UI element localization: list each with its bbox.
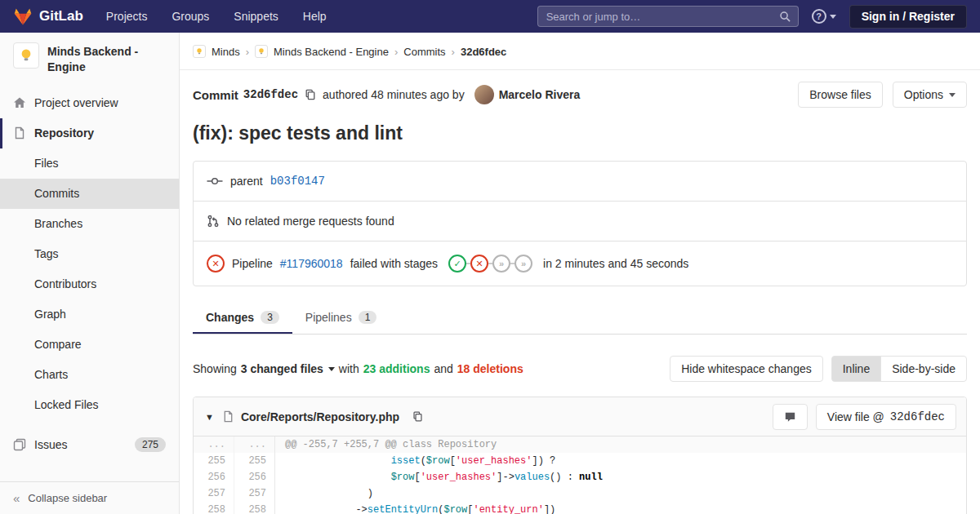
sidebar-item-files[interactable]: Files: [0, 148, 179, 179]
project-name: Minds Backend - Engine: [47, 42, 166, 75]
parent-label: parent: [230, 175, 263, 188]
collapse-sidebar-label: Collapse sidebar: [28, 492, 107, 504]
chevron-down-icon: [830, 15, 836, 19]
old-line-number[interactable]: 257: [194, 485, 234, 502]
sidebar-item-locked-files[interactable]: Locked Files: [0, 390, 179, 420]
and-label: and: [434, 362, 452, 375]
file-name-link[interactable]: Core/Reports/Repository.php: [241, 410, 399, 423]
old-line-number[interactable]: 256: [194, 469, 234, 485]
inline-view-button[interactable]: Inline: [831, 356, 881, 382]
top-navbar: GitLab Projects Groups Snippets Help ? S…: [0, 0, 980, 33]
no-merge-requests-text: No related merge requests found: [227, 215, 394, 228]
code-line: $row['user_hashes']->values() : null: [275, 469, 966, 485]
nav-snippets[interactable]: Snippets: [234, 10, 278, 23]
copy-file-path-button[interactable]: [411, 410, 425, 423]
project-link[interactable]: Minds Backend - Engine: [0, 33, 179, 83]
search-input[interactable]: [546, 11, 779, 23]
left-sidebar: Minds Backend - Engine Project overview …: [0, 33, 180, 514]
comment-button[interactable]: [773, 404, 808, 430]
pipeline-duration-text: in 2 minutes and 45 seconds: [543, 257, 688, 270]
repository-icon: [13, 126, 26, 140]
nav-help[interactable]: Help: [303, 10, 327, 23]
sign-in-button[interactable]: Sign in / Register: [849, 5, 967, 29]
gitlab-tanuki-icon: [13, 7, 33, 26]
copy-sha-button[interactable]: [303, 87, 318, 102]
commit-tabs: Changes 3 Pipelines 1: [193, 299, 967, 335]
collapse-file-caret[interactable]: ▼: [203, 410, 216, 423]
stage-passed-icon[interactable]: ✓: [448, 255, 466, 273]
sidebar-item-tags[interactable]: Tags: [0, 239, 179, 269]
file-icon: [222, 410, 234, 423]
sidebar-item-label: Project overview: [34, 96, 118, 109]
sidebar-item-compare[interactable]: Compare: [0, 330, 179, 360]
diff-mode-toggle: Inline Side-by-side: [831, 356, 967, 382]
global-search: [537, 6, 799, 27]
sidebar-item-contributors[interactable]: Contributors: [0, 269, 179, 299]
code-line: @@ -255,7 +255,7 @@ class Repository: [275, 436, 966, 453]
chevron-down-icon: [328, 367, 335, 371]
pipeline-id-link[interactable]: #117960018: [280, 257, 343, 270]
sidebar-item-repository[interactable]: Repository: [0, 118, 179, 148]
double-chevron-left-icon: «: [13, 491, 20, 505]
sidebar-item-branches[interactable]: Branches: [0, 209, 179, 239]
sidebar-item-project-overview[interactable]: Project overview: [0, 88, 179, 118]
tab-label: Changes: [206, 311, 254, 324]
diff-line: 257 257 ): [194, 485, 966, 502]
diff-match-line: ... ... @@ -255,7 +255,7 @@ class Reposi…: [194, 436, 966, 453]
question-mark-icon: ?: [812, 9, 826, 24]
parent-sha-link[interactable]: b03f0147: [270, 175, 325, 188]
merge-request-row: No related merge requests found: [194, 201, 966, 241]
new-line-number[interactable]: 255: [234, 453, 275, 469]
new-line-number[interactable]: 258: [234, 502, 275, 514]
view-file-button[interactable]: View file @ 32d6fdec: [816, 404, 956, 430]
nav-groups[interactable]: Groups: [172, 10, 209, 23]
sidebar-item-label: Issues: [34, 438, 67, 451]
side-by-side-view-button[interactable]: Side-by-side: [880, 356, 967, 382]
breadcrumb-commits[interactable]: Commits: [403, 46, 445, 58]
issues-count-badge: 275: [135, 437, 166, 452]
stage-failed-icon[interactable]: ✕: [470, 255, 488, 273]
gitlab-home-link[interactable]: GitLab: [13, 7, 83, 26]
old-line-number[interactable]: 258: [194, 502, 234, 514]
options-dropdown-button[interactable]: Options: [893, 82, 967, 108]
collapse-sidebar-button[interactable]: « Collapse sidebar: [0, 481, 179, 514]
pipeline-label: Pipeline: [232, 257, 273, 270]
sidebar-item-graph[interactable]: Graph: [0, 299, 179, 330]
with-label: with: [339, 362, 359, 375]
diff-line: 258 258 ->setEntityUrn($row['entity_urn'…: [194, 502, 966, 514]
sidebar-item-charts[interactable]: Charts: [0, 360, 179, 390]
group-avatar: [193, 45, 206, 58]
new-line-number[interactable]: 257: [234, 485, 275, 502]
deletions-count: 18 deletions: [457, 362, 523, 375]
hide-whitespace-button[interactable]: Hide whitespace changes: [670, 356, 823, 382]
stage-skipped-icon[interactable]: »: [514, 255, 532, 273]
tab-pipelines[interactable]: Pipelines 1: [292, 299, 390, 334]
old-line-number[interactable]: 255: [194, 453, 234, 469]
breadcrumb-project[interactable]: Minds Backend - Engine: [274, 46, 389, 58]
breadcrumb-group[interactable]: Minds: [212, 46, 240, 58]
authored-text: authored 48 minutes ago by: [323, 88, 465, 101]
browse-files-button[interactable]: Browse files: [798, 82, 882, 108]
tab-changes[interactable]: Changes 3: [193, 299, 292, 334]
chevron-right-icon: ›: [394, 46, 398, 58]
changed-files-dropdown[interactable]: 3 changed files: [241, 362, 335, 375]
tab-count-badge: 3: [261, 311, 279, 324]
author-name[interactable]: Marcelo Rivera: [499, 88, 581, 101]
showing-label: Showing: [193, 362, 237, 375]
search-icon[interactable]: [779, 11, 791, 23]
sidebar-item-issues[interactable]: Issues 275: [0, 430, 179, 460]
code-line: isset($row['user_hashes']) ?: [275, 453, 966, 469]
new-line-number[interactable]: 256: [234, 469, 275, 485]
brand-name: GitLab: [39, 8, 83, 24]
sidebar-item-commits[interactable]: Commits: [0, 179, 179, 209]
stage-skipped-icon[interactable]: »: [492, 255, 510, 273]
commit-icon: [207, 175, 223, 188]
chevron-down-icon: [949, 93, 956, 97]
help-dropdown[interactable]: ?: [812, 9, 836, 24]
changed-files-label: 3 changed files: [241, 362, 323, 375]
additions-count: 23 additions: [363, 362, 430, 375]
nav-projects[interactable]: Projects: [106, 10, 148, 23]
tab-count-badge: 1: [359, 311, 377, 324]
view-file-label: View file @: [827, 410, 884, 423]
issues-icon: [13, 438, 26, 451]
